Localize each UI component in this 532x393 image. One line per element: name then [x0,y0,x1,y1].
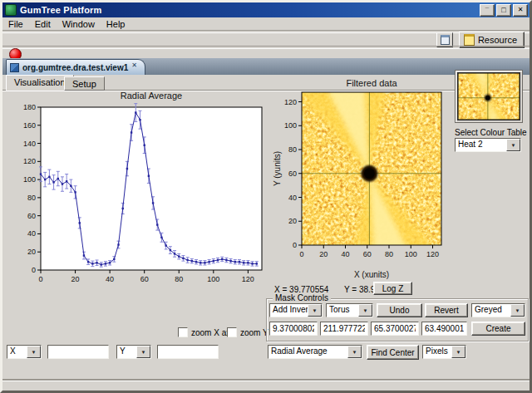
colour-table-label: Select Colour Table [455,128,527,137]
chevron-down-icon [136,346,150,358]
mask-shape-value: Torus [327,304,358,317]
svg-text:80: 80 [27,194,36,202]
menu-file[interactable]: File [2,19,29,29]
svg-text:120: 120 [284,98,297,106]
minimize-button[interactable] [480,4,495,17]
menu-edit[interactable]: Edit [29,19,57,29]
open-perspective-icon [441,35,450,45]
chevron-down-icon [27,346,41,358]
svg-text:120: 120 [426,250,439,258]
application-window: GumTree Platform File Edit Window Help R… [0,0,532,393]
svg-text:100: 100 [284,121,297,130]
svg-text:40: 40 [288,194,297,202]
mask-param-1-field[interactable] [269,322,318,336]
svg-text:60: 60 [27,212,36,220]
mask-param-2-field[interactable] [320,322,368,336]
svg-text:60: 60 [363,250,372,258]
y-axis-combo-value: Y [117,346,136,358]
editor-tab-bar: org.gumtree.dra.test.view1 [2,58,530,76]
svg-text:80: 80 [385,250,393,258]
find-center-button[interactable]: Find Center [367,345,419,360]
menu-bar: File Edit Window Help [2,18,530,30]
chevron-down-icon [358,304,372,317]
revert-button[interactable]: Revert [425,303,468,317]
x-axis-combo[interactable]: X [7,345,42,359]
svg-text:100: 100 [405,250,417,258]
mask-param-4-field[interactable] [421,322,467,336]
svg-text:60: 60 [288,169,297,178]
svg-text:20: 20 [288,217,297,225]
svg-text:80: 80 [288,145,297,154]
svg-text:X (xunits): X (xunits) [354,270,389,279]
tab-setup[interactable]: Setup [64,76,105,91]
mask-display-value: Greyed [472,304,510,317]
y-axis-field[interactable] [157,345,219,359]
units-combo[interactable]: Pixels [422,345,466,359]
svg-text:180: 180 [23,103,36,111]
menu-window[interactable]: Window [57,19,101,29]
mask-display-combo[interactable]: Greyed [471,303,525,317]
mask-shape-combo[interactable]: Torus [326,303,373,317]
colour-preview-thumbnail[interactable] [455,70,523,123]
svg-text:120: 120 [242,275,254,283]
colour-table-combo[interactable]: Heat 2 [455,138,521,152]
process-combo-value: Radial Average [268,346,347,358]
mask-param-3-field[interactable] [371,322,419,336]
app-icon [5,4,17,16]
svg-text:0: 0 [293,241,297,249]
checkbox-icon [227,327,237,337]
svg-text:20: 20 [27,248,36,256]
svg-text:Radial Average: Radial Average [121,91,182,101]
colour-table-value: Heat 2 [456,139,506,151]
view-icon [10,63,19,72]
mask-operation-value: Add Inverse [270,304,308,317]
editor-tab-label: org.gumtree.dra.test.view1 [22,63,128,72]
svg-text:Y (yunits): Y (yunits) [273,151,282,186]
filtered-data-plot[interactable]: Filtered data020406080100120020406080100… [272,77,453,282]
checkbox-icon [178,327,188,337]
chevron-down-icon [506,139,520,151]
close-tab-icon[interactable] [131,64,139,71]
svg-text:20: 20 [319,250,328,258]
svg-text:160: 160 [23,121,36,130]
mask-operation-combo[interactable]: Add Inverse [269,303,323,317]
chevron-down-icon [347,346,362,358]
maximize-button[interactable] [496,4,511,17]
svg-text:80: 80 [175,275,183,283]
svg-text:40: 40 [341,250,349,258]
svg-text:100: 100 [23,175,36,184]
status-bar [2,381,530,391]
undo-button[interactable]: Undo [377,303,422,317]
x-axis-combo-value: X [7,346,27,358]
editor-tab[interactable]: org.gumtree.dra.test.view1 [6,59,145,76]
y-axis-combo[interactable]: Y [116,345,151,359]
svg-text:20: 20 [71,275,80,283]
svg-text:0: 0 [38,275,42,283]
close-button[interactable] [513,4,528,17]
window-title: GumTree Platform [20,5,102,15]
units-combo-value: Pixels [423,346,451,358]
log-z-button[interactable]: Log Z [373,282,412,295]
chevron-down-icon [451,346,466,358]
window-controls [480,4,528,17]
process-combo[interactable]: Radial Average [268,345,362,359]
svg-text:60: 60 [140,275,149,283]
title-bar: GumTree Platform [2,2,530,17]
mask-controls-legend: Mask Controls [273,293,331,302]
create-button[interactable]: Create [471,322,525,336]
svg-text:Filtered data: Filtered data [346,78,397,88]
svg-text:0: 0 [299,250,303,258]
radial-average-chart[interactable]: Radial Average02040608010012014016018002… [6,89,270,297]
svg-text:40: 40 [106,275,114,283]
thumbnail-image [457,72,520,120]
menu-help[interactable]: Help [101,19,131,29]
chevron-down-icon [510,304,525,317]
chevron-down-icon [308,304,322,317]
x-axis-field[interactable] [47,345,109,359]
svg-text:40: 40 [27,229,36,238]
svg-text:140: 140 [23,140,36,148]
svg-text:100: 100 [207,275,219,283]
resource-perspective-icon [464,34,475,46]
divider [2,46,530,49]
cursor-y-readout: Y = 38.9 [344,285,375,294]
